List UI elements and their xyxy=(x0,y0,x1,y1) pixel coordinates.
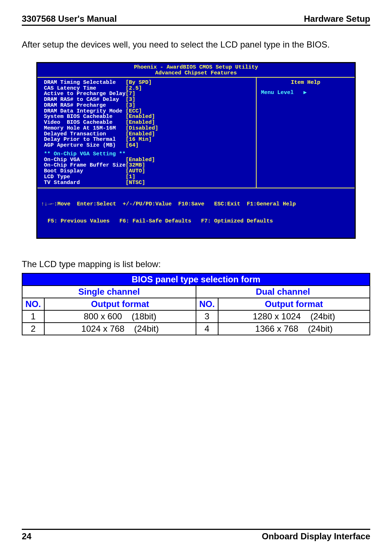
bios-section-header: ** On-Chip VGA Setting ** xyxy=(44,151,252,157)
item-help-title: Item Help xyxy=(261,80,350,86)
bios-body: DRAM Timing Selectable[By SPD] CAS Laten… xyxy=(37,77,355,189)
bios-row-label: AGP Aperture Size (MB) xyxy=(44,143,126,148)
bios-footer-line1: ↑↓→←:Move Enter:Select +/-/PU/PD:Value F… xyxy=(41,201,351,207)
mapping-intro: The LCD type mapping is list below: xyxy=(22,259,370,269)
no-header: NO. xyxy=(196,298,218,310)
cell-no: 2 xyxy=(22,323,44,335)
bios-right-panel: Item Help Menu Level ▶ xyxy=(257,78,355,188)
header-right: Hardware Setup xyxy=(304,14,370,24)
table-row: 1 800 x 600 (18bit) 3 1280 x 1024 (24bit… xyxy=(22,310,370,323)
dual-channel-header: Dual channel xyxy=(196,286,370,298)
bios-row-label: System BIOS Cacheable xyxy=(44,114,126,120)
bios-row-label: LCD Type xyxy=(44,174,126,180)
bios-footer: ↑↓→←:Move Enter:Select +/-/PU/PD:Value F… xyxy=(37,188,355,238)
bios-row-value: [ECC] xyxy=(126,108,142,114)
bios-row-label: DRAM Data Integrity Mode xyxy=(44,109,126,114)
cell-format: 1366 x 768 (24bit) xyxy=(218,323,370,335)
table-row: 2 1024 x 768 (24bit) 4 1366 x 768 (24bit… xyxy=(22,323,370,335)
triangle-right-icon: ▶ xyxy=(303,90,307,96)
bios-row-value: [2.5] xyxy=(126,85,142,91)
bios-screenshot: Phoenix - AwardBIOS CMOS Setup Utility A… xyxy=(36,62,356,239)
bios-row-value: [Enabled] xyxy=(126,114,155,120)
bios-row-value: [32MB] xyxy=(126,162,145,168)
cell-no: 1 xyxy=(22,310,44,323)
page-header: 3307568 User's Manual Hardware Setup xyxy=(22,14,370,26)
table-title: BIOS panel type selection form xyxy=(22,273,370,286)
bios-row-label: Delayed Transaction xyxy=(44,131,126,137)
bios-row-label: DRAM Timing Selectable xyxy=(44,80,126,86)
bios-row-label: Boot Display xyxy=(44,168,126,174)
page-number: 24 xyxy=(22,531,32,541)
bios-row-value: [16 Min] xyxy=(126,136,152,143)
cell-format: 1024 x 768 (24bit) xyxy=(44,323,196,335)
single-channel-header: Single channel xyxy=(22,286,196,298)
bios-row-value: [AUTO] xyxy=(126,168,145,174)
bios-row-label: TV Standard xyxy=(44,180,126,186)
bios-row-value: [7] xyxy=(126,91,135,97)
bios-row-value: [Enabled] xyxy=(126,157,155,163)
header-left: 3307568 User's Manual xyxy=(22,14,117,24)
bios-row-value: [1] xyxy=(126,174,135,180)
intro-paragraph: After setup the devices well, you need t… xyxy=(22,39,370,50)
bios-row-value: [3] xyxy=(126,102,135,109)
cell-no: 3 xyxy=(196,310,218,323)
bios-title: Phoenix - AwardBIOS CMOS Setup Utility xyxy=(37,63,355,70)
bios-row-value: [3] xyxy=(126,97,135,103)
bios-row-label: On-Chip Frame Buffer Size xyxy=(44,163,126,168)
bios-row-label: Active to Precharge Delay xyxy=(44,91,126,97)
bios-row-label: Delay Prior to Thermal xyxy=(44,137,126,143)
bios-row-label: CAS Latency Time xyxy=(44,86,126,91)
bios-row-label: DRAM RAS# Precharge xyxy=(44,103,126,109)
no-header: NO. xyxy=(22,298,44,310)
cell-format: 1280 x 1024 (24bit) xyxy=(218,310,370,323)
cell-no: 4 xyxy=(196,323,218,335)
bios-row-value: [NTSC] xyxy=(126,180,145,186)
output-format-header: Output format xyxy=(218,298,370,310)
output-format-header: Output format xyxy=(44,298,196,310)
bios-footer-line2: F5: Previous Values F6: Fail-Safe Defaul… xyxy=(41,218,351,224)
menu-level-label: Menu Level xyxy=(261,90,294,96)
menu-level-row: Menu Level ▶ xyxy=(261,90,350,96)
panel-type-table: BIOS panel type selection form Single ch… xyxy=(22,273,370,335)
bios-row-label: Memory Hole At 15M-16M xyxy=(44,126,126,131)
bios-row-label: On-Chip VGA xyxy=(44,157,126,163)
bios-row-label: DRAM RAS# to CAS# Delay xyxy=(44,97,126,103)
bios-row-value: [Enabled] xyxy=(126,119,155,126)
bios-row-value: [64] xyxy=(126,142,139,148)
cell-format: 800 x 600 (18bit) xyxy=(44,310,196,323)
bios-row-value: [Enabled] xyxy=(126,131,155,137)
bios-left-panel: DRAM Timing Selectable[By SPD] CAS Laten… xyxy=(37,78,257,188)
page-footer: 24 Onboard Display Interface xyxy=(22,529,370,541)
bios-row-label: Video BIOS Cacheable xyxy=(44,120,126,126)
bios-subtitle: Advanced Chipset Features xyxy=(37,70,355,77)
bios-row-value: [By SPD] xyxy=(126,79,152,86)
footer-section: Onboard Display Interface xyxy=(262,531,370,541)
bios-row-value: [Disabled] xyxy=(126,125,158,131)
